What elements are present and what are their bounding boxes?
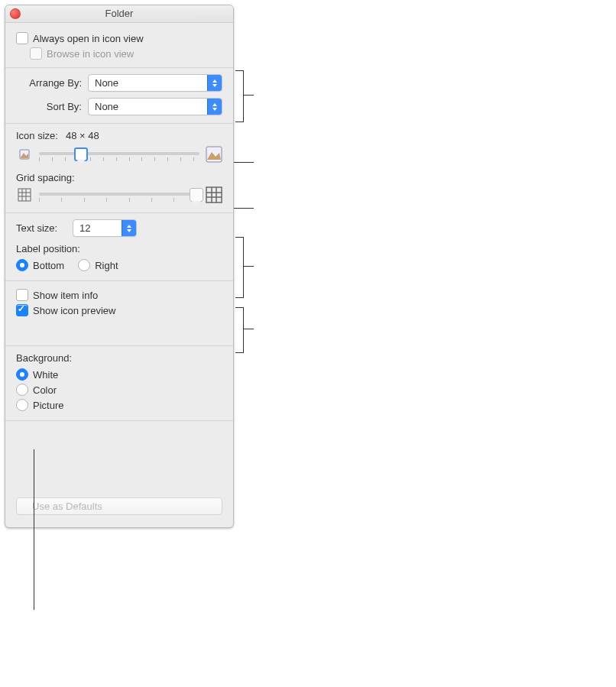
slider-thumb[interactable] <box>190 188 203 202</box>
view-options-panel: Folder Always open in icon view Browse i… <box>5 5 234 528</box>
sort-by-value: None <box>95 101 118 112</box>
small-icon-icon <box>16 146 33 163</box>
large-grid-icon <box>206 186 222 203</box>
callout-bracket <box>243 329 254 329</box>
use-as-defaults-button[interactable]: Use as Defaults <box>16 497 222 515</box>
always-open-icon-view-checkbox[interactable] <box>16 32 28 44</box>
small-grid-icon <box>16 186 33 203</box>
label-position-bottom-text: Bottom <box>33 260 64 271</box>
background-white-radio[interactable] <box>16 368 28 381</box>
browse-icon-view-checkbox[interactable] <box>30 47 42 60</box>
icon-size-slider[interactable] <box>39 147 199 162</box>
grid-spacing-slider[interactable] <box>39 187 199 203</box>
sort-by-label: Sort By: <box>16 101 82 112</box>
dropdown-icon <box>207 99 222 115</box>
callout-bracket <box>234 208 254 209</box>
sort-by-select[interactable]: None <box>88 98 222 115</box>
icon-size-value: 48 × 48 <box>66 130 99 141</box>
label-position-right-radio[interactable] <box>78 259 90 271</box>
callout-bracket <box>243 95 254 96</box>
grid-spacing-label: Grid spacing: <box>16 172 75 183</box>
text-size-select[interactable]: 12 <box>73 219 137 237</box>
show-icon-preview-label: Show icon preview <box>33 305 115 316</box>
label-position-bottom-radio[interactable] <box>16 259 28 271</box>
background-color-label: Color <box>33 384 57 396</box>
close-window-button[interactable] <box>10 8 21 19</box>
show-item-info-checkbox[interactable] <box>16 289 28 301</box>
background-picture-label: Picture <box>33 400 63 411</box>
arrange-by-value: None <box>95 77 118 89</box>
callout-bracket <box>235 237 244 298</box>
icon-size-label: Icon size: <box>16 130 58 141</box>
background-picture-radio[interactable] <box>16 399 28 411</box>
svg-rect-9 <box>206 187 222 203</box>
background-heading: Background: <box>16 352 222 364</box>
label-position-label: Label position: <box>16 243 222 254</box>
titlebar: Folder <box>5 5 233 23</box>
show-item-info-label: Show item info <box>33 290 98 301</box>
callout-bracket <box>234 162 254 163</box>
window-title: Folder <box>105 8 134 19</box>
svg-rect-4 <box>18 189 31 201</box>
arrange-by-select[interactable]: None <box>88 74 222 92</box>
show-icon-preview-checkbox[interactable] <box>16 304 28 316</box>
callout-bracket <box>235 307 244 353</box>
large-icon-icon <box>206 146 222 163</box>
text-size-value: 12 <box>79 222 90 234</box>
background-color-radio[interactable] <box>16 384 28 396</box>
always-open-icon-view-label: Always open in icon view <box>33 33 144 44</box>
dropdown-icon <box>122 220 136 236</box>
background-white-label: White <box>33 369 58 381</box>
use-as-defaults-label: Use as Defaults <box>32 501 102 512</box>
arrange-by-label: Arrange By: <box>16 77 82 89</box>
callout-bracket <box>235 70 244 122</box>
dropdown-icon <box>207 75 222 91</box>
text-size-label: Text size: <box>16 222 66 234</box>
callout-bracket <box>34 449 34 610</box>
browse-icon-view-label: Browse in icon view <box>47 48 134 60</box>
label-position-right-text: Right <box>95 260 118 271</box>
callout-bracket <box>243 266 254 267</box>
slider-thumb[interactable] <box>74 147 88 161</box>
